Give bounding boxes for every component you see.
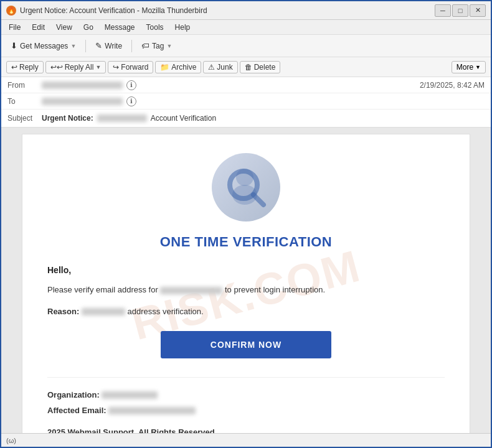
subject-label: Subject: [7, 114, 42, 123]
body-text-1: Please verify email address for: [47, 285, 158, 294]
junk-button[interactable]: ⚠ Junk: [203, 61, 237, 73]
email-greeting: Hello,: [47, 265, 445, 275]
org-label: Organization:: [47, 390, 100, 399]
menu-message[interactable]: Message: [100, 22, 140, 33]
reply-all-icon: ↩↩: [50, 63, 63, 72]
get-messages-button[interactable]: ⬇ Get Messages ▼: [5, 39, 82, 53]
action-bar-left: ↩ Reply ↩↩ Reply All ▼ ↪ Forward 📁 Archi…: [6, 61, 280, 73]
affected-email-blurred: [108, 407, 196, 414]
delete-icon: 🗑: [245, 63, 252, 72]
reply-button[interactable]: ↩ Reply: [6, 61, 44, 73]
get-messages-label: Get Messages: [20, 42, 68, 50]
email-title: ONE TIME VERIFICATION: [47, 234, 445, 250]
reply-label: Reply: [19, 63, 39, 72]
reason-line: Reason: addresss verification.: [47, 307, 445, 316]
from-label: From: [7, 81, 42, 90]
logo-svg: [221, 162, 271, 212]
window-title: Urgent Notice: Account Verification - Mo…: [20, 6, 207, 15]
delete-label: Delete: [254, 63, 276, 72]
to-value: ℹ: [42, 96, 485, 106]
email-body-container[interactable]: RISK.COM ONE TIME VERIFICATION: [1, 128, 491, 433]
menu-file[interactable]: File: [4, 22, 26, 33]
org-value-blurred: [102, 391, 158, 399]
forward-label: Forward: [121, 63, 148, 72]
from-row: From ℹ 2/19/2025, 8:42 AM: [1, 77, 491, 93]
subject-urgent: Urgent Notice:: [42, 114, 93, 123]
org-line: Organization:: [47, 390, 445, 399]
forward-button[interactable]: ↪ Forward: [108, 61, 153, 73]
from-address-blurred: [42, 82, 123, 89]
to-address-blurred: [42, 98, 123, 105]
menu-view[interactable]: View: [51, 22, 77, 33]
close-button[interactable]: ✕: [470, 4, 486, 17]
subject-blurred: [97, 114, 147, 122]
title-bar-left: 🔥 Urgent Notice: Account Verification - …: [6, 6, 207, 16]
menu-help[interactable]: Help: [170, 22, 196, 33]
action-bar: ↩ Reply ↩↩ Reply All ▼ ↪ Forward 📁 Archi…: [1, 57, 491, 77]
tag-button[interactable]: 🏷 Tag ▼: [136, 39, 177, 53]
reply-icon: ↩: [11, 63, 17, 72]
archive-label: Archive: [171, 63, 196, 72]
get-messages-icon: ⬇: [11, 41, 17, 50]
reply-all-label: Reply All: [65, 63, 94, 72]
reply-all-arrow: ▼: [95, 64, 101, 70]
cta-wrapper: CONFIRM NOW: [47, 331, 445, 358]
wifi-status: (ω): [6, 437, 16, 444]
logo-circle: [212, 153, 280, 222]
to-row: To ℹ: [1, 93, 491, 110]
toolbar-separator-2: [131, 40, 132, 52]
confirm-now-button[interactable]: CONFIRM NOW: [161, 331, 331, 358]
write-icon: ✎: [95, 41, 102, 50]
menu-go[interactable]: Go: [78, 22, 98, 33]
junk-label: Junk: [217, 63, 232, 72]
write-label: Write: [105, 42, 122, 50]
minimize-button[interactable]: ─: [435, 4, 451, 17]
menu-edit[interactable]: Edit: [27, 22, 50, 33]
tag-icon: 🏷: [141, 41, 149, 50]
tag-arrow: ▼: [166, 43, 172, 49]
subject-value: Urgent Notice: Account Verification: [42, 114, 216, 123]
get-messages-arrow: ▼: [70, 43, 76, 49]
subject-rest: Account Verification: [151, 114, 216, 123]
archive-icon: 📁: [160, 63, 169, 72]
email-content: ONE TIME VERIFICATION Hello, Please veri…: [47, 234, 445, 433]
reason-label: Reason:: [47, 307, 79, 316]
copyright: 2025 Webmail Support. All Rights Reserve…: [47, 427, 445, 433]
forward-icon: ↪: [113, 63, 119, 72]
email-header: From ℹ 2/19/2025, 8:42 AM To ℹ Subject U…: [1, 77, 491, 128]
wifi-icon: (ω): [6, 437, 16, 444]
to-info-icon[interactable]: ℹ: [126, 96, 136, 106]
from-info-icon[interactable]: ℹ: [126, 80, 136, 90]
affected-email-line: Affected Email:: [47, 406, 445, 415]
more-label: More: [457, 63, 473, 72]
junk-icon: ⚠: [208, 63, 215, 72]
more-arrow: ▼: [475, 64, 481, 70]
footer-info: Organization: Affected Email: 2025 Webma…: [47, 377, 445, 433]
tag-label: Tag: [152, 42, 164, 50]
app-icon: 🔥: [6, 6, 16, 16]
toolbar: ⬇ Get Messages ▼ ✎ Write 🏷 Tag ▼: [1, 35, 491, 57]
svg-line-3: [253, 195, 263, 205]
to-label: To: [7, 97, 42, 106]
body-text-2: to prevent login interruption.: [225, 285, 325, 294]
more-button[interactable]: More ▼: [452, 61, 486, 73]
reason-text: addresss verification.: [128, 307, 204, 316]
from-value: ℹ: [42, 80, 420, 90]
title-bar: 🔥 Urgent Notice: Account Verification - …: [1, 1, 491, 20]
reason-blurred: [82, 308, 125, 315]
toolbar-separator-1: [85, 40, 86, 52]
email-body: RISK.COM ONE TIME VERIFICATION: [22, 134, 470, 433]
thunderbird-window: 🔥 Urgent Notice: Account Verification - …: [0, 0, 492, 448]
write-button[interactable]: ✎ Write: [90, 39, 128, 53]
delete-button[interactable]: 🗑 Delete: [240, 61, 281, 73]
archive-button[interactable]: 📁 Archive: [155, 61, 201, 73]
maximize-button[interactable]: □: [452, 4, 468, 17]
email-body-text: Please verify email address for to preve…: [47, 284, 445, 297]
menu-tools[interactable]: Tools: [141, 22, 169, 33]
status-bar: (ω): [1, 433, 491, 447]
email-address-blurred: [160, 287, 222, 294]
window-controls: ─ □ ✕: [435, 4, 486, 17]
reply-all-button[interactable]: ↩↩ Reply All ▼: [45, 61, 106, 73]
affected-label: Affected Email:: [47, 406, 106, 415]
menu-bar: File Edit View Go Message Tools Help: [1, 20, 491, 35]
